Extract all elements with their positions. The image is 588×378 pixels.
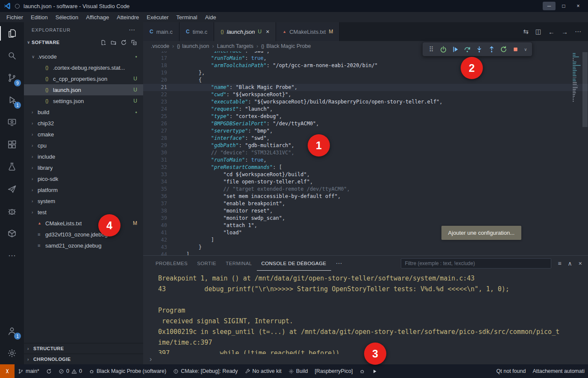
pause-icon[interactable] (438, 44, 448, 54)
restart-icon[interactable] (499, 44, 508, 54)
code-line-18[interactable]: 18 "armToolchainPath": "/opt/gcc-arm-non… (143, 62, 588, 69)
code-line-30[interactable]: 30 // "device": "STM32L431VC", (143, 149, 588, 157)
menu-terminal[interactable]: Terminal (173, 14, 201, 21)
code-line-27[interactable]: 27 "servertype": "bmp", (143, 127, 588, 135)
panel-tab-sortie[interactable]: SORTIE (192, 256, 221, 271)
maximize-button[interactable]: □ (557, 2, 570, 10)
tree-item-settings-json[interactable]: {}settings.jsonU (24, 95, 143, 106)
add-configuration-button[interactable]: Ajouter une configuration... (441, 226, 521, 240)
tab-main-c[interactable]: Cmain.c (143, 22, 179, 41)
tree-item-cpu[interactable]: ›cpu (24, 140, 143, 151)
breadcrumb-item-launch-json[interactable]: {}launch.json (177, 43, 209, 49)
new-file-icon[interactable] (100, 39, 106, 46)
status-cmake-launch[interactable] (368, 364, 381, 378)
status-problems[interactable]: 00 (55, 364, 85, 378)
status-build-target[interactable]: [RaspberryPico] (311, 364, 356, 378)
tree-item-samd21-ozone-jdebug[interactable]: ≡samd21_ozone.jdebug (24, 240, 143, 251)
tab-cmakelists-txt[interactable]: ▲CMakeLists.txtM (276, 22, 340, 41)
code-line-28[interactable]: 28 "interface": "swd", (143, 135, 588, 142)
code-line-21[interactable]: 21 "name": "Black Magic Probe", (143, 84, 588, 91)
tree-item-cmake[interactable]: ›cmake (24, 129, 143, 140)
tree-item-test[interactable]: ›test (24, 207, 143, 218)
stop-icon[interactable] (511, 44, 520, 54)
code-line-19[interactable]: 19 }, (143, 69, 588, 77)
remote-explorer-activity-button[interactable] (0, 111, 24, 133)
code-line-38[interactable]: 38 "monitor reset", (143, 207, 588, 215)
liveshare-activity-button[interactable] (0, 178, 24, 200)
menu-affichage[interactable]: Affichage (82, 14, 113, 21)
explorer-activity-button[interactable] (0, 22, 24, 44)
code-line-37[interactable]: 37 "enable breakpoint", (143, 200, 588, 207)
split-editor-icon[interactable]: ◫ (535, 28, 541, 35)
menu-atteindre[interactable]: Atteindre (113, 14, 143, 21)
outline-section[interactable]: › STRUCTURE (24, 343, 143, 354)
code-line-43[interactable]: 43 } (143, 244, 588, 251)
console-filter-input[interactable] (401, 258, 551, 269)
tree-item-cortex-debug-registers-stat[interactable]: {}.cortex-debug.registers.stat... (24, 62, 143, 73)
code-line-36[interactable]: 36 "set mem inaccessible-by-default off"… (143, 193, 588, 200)
status-debug-config[interactable]: Black Magic Probe (software) (85, 364, 170, 378)
collapse-all-icon[interactable] (131, 39, 137, 46)
code-line-33[interactable]: 33 "cd ${workspaceRoot}/build", (143, 171, 588, 178)
tree-item-build[interactable]: ›build● (24, 106, 143, 118)
debug-console-output[interactable]: Breakpoint 1, main () at /mnt/data/git/o… (143, 271, 588, 354)
tree-item-cmakelists-txt[interactable]: ▲CMakeLists.txtM (24, 218, 143, 229)
minimize-button[interactable]: ─ (543, 2, 556, 10)
settings-gear-button[interactable] (0, 342, 24, 364)
status-sync[interactable] (43, 364, 55, 378)
tree-item-system[interactable]: ›system (24, 195, 143, 207)
menu-edition[interactable]: Edition (27, 14, 52, 21)
breadcrumb-item-vscode[interactable]: .vscode (151, 43, 169, 49)
timeline-section[interactable]: › CHRONOLOGIE (24, 354, 143, 364)
tree-item-pico-sdk[interactable]: ›pico-sdk (24, 173, 143, 184)
code-area[interactable]: 16 "interface": "swd",17 "runToMain": tr… (143, 51, 588, 255)
panel-more-icon[interactable]: ⋯ (331, 256, 347, 271)
search-activity-button[interactable] (0, 44, 24, 67)
menu-aide[interactable]: Aide (201, 14, 220, 21)
tree-item-include[interactable]: ›include (24, 151, 143, 162)
console-prompt-chevron[interactable]: › (143, 354, 588, 364)
status-remote[interactable] (0, 364, 15, 378)
open-changes-icon[interactable]: ⇆ (523, 28, 529, 35)
navigate-forward-icon[interactable]: → (562, 28, 568, 35)
code-line-26[interactable]: 26 "BMPGDBSerialPort": "/dev/ttyACM0", (143, 120, 588, 127)
tab-time-c[interactable]: Ctime.c (179, 22, 214, 41)
status-active-kit[interactable]: No active kit (241, 364, 285, 378)
tree-item-gd32vf103-ozone-jdebug[interactable]: ≡gd32vf103_ozone.jdebug (24, 229, 143, 240)
code-line-39[interactable]: 39 "monitor swdp_scan", (143, 215, 588, 222)
step-out-icon[interactable] (487, 44, 496, 54)
menu-ex-cuter[interactable]: Exécuter (143, 14, 172, 21)
extensions-activity-button[interactable] (0, 133, 24, 156)
source-control-activity-button[interactable]: 9 (0, 67, 24, 89)
testing-beaker-activity-button[interactable] (0, 156, 24, 178)
tree-item-vscode[interactable]: ∨.vscode● (24, 51, 143, 62)
close-window-button[interactable]: × (572, 2, 585, 10)
more-activity-button[interactable]: ⋯ (0, 245, 24, 267)
close-panel-icon[interactable]: × (579, 260, 582, 267)
code-line-44[interactable]: 44 ] (143, 251, 588, 255)
bug-extension-activity-button[interactable] (0, 200, 24, 222)
new-folder-icon[interactable] (110, 39, 117, 46)
accounts-button[interactable]: 1 (0, 320, 24, 342)
minimap[interactable] (573, 53, 581, 102)
close-tab-icon[interactable]: × (266, 28, 269, 35)
workspace-section-header[interactable]: ∨ SOFTWARE (24, 37, 143, 47)
editor[interactable]: 16 "interface": "swd",17 "runToMain": tr… (143, 51, 588, 255)
code-line-35[interactable]: 35 // "target extended-remote /dev/ttyAC… (143, 186, 588, 193)
menu-s-lection[interactable]: Sélection (52, 14, 82, 21)
console-menu-icon[interactable]: ≡ (558, 260, 561, 267)
status-branch[interactable]: main* (15, 364, 43, 378)
tree-item-platform[interactable]: ›platform (24, 184, 143, 195)
run-debug-activity-button[interactable]: 1 (0, 89, 24, 111)
navigate-back-icon[interactable]: ← (548, 28, 555, 35)
code-line-29[interactable]: 29 "gdbPath": "gdb-multiarch", (143, 142, 588, 149)
status-qt-status[interactable]: Qt not found (493, 364, 529, 378)
code-line-20[interactable]: 20 { (143, 77, 588, 84)
chevron-down-icon[interactable]: ∨ (523, 44, 528, 54)
code-line-24[interactable]: 24 "request": "launch", (143, 106, 588, 113)
code-line-34[interactable]: 34 "file open-story-teller.elf", (143, 178, 588, 186)
continue-icon[interactable] (451, 44, 460, 54)
code-line-25[interactable]: 25 "type": "cortex-debug", (143, 113, 588, 120)
status-build[interactable]: Build (285, 364, 312, 378)
more-actions-icon[interactable]: ⋯ (575, 28, 581, 35)
